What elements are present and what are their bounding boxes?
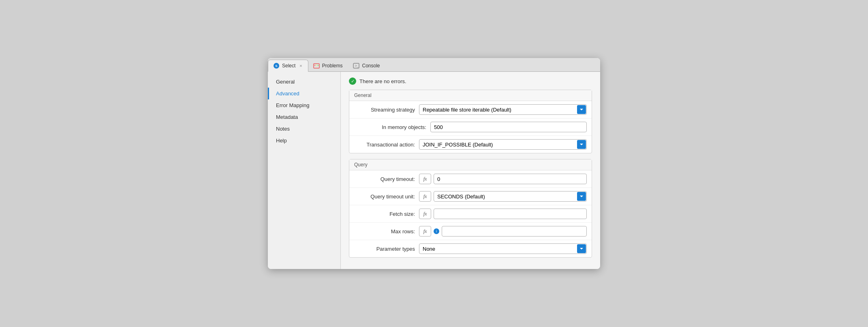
select-icon: S [273, 62, 280, 69]
parameter-types-control: None Custom [419, 243, 587, 254]
sidebar-item-metadata-label: Metadata [276, 114, 298, 120]
main-window: S Select × Problems >_ [268, 58, 600, 269]
max-rows-input[interactable] [442, 226, 587, 237]
sidebar-item-general[interactable]: General [268, 76, 340, 88]
status-ok-icon: ✓ [349, 77, 356, 85]
fetch-size-input[interactable] [434, 209, 587, 219]
query-timeout-label: Query timeout: [354, 176, 415, 182]
transactional-action-wrapper: JOIN_IF_POSSIBLE (Default) ALWAYS_JOIN N… [419, 139, 587, 150]
streaming-strategy-label: Streaming strategy [354, 107, 415, 113]
general-section: General Streaming strategy Repeatable fi… [349, 90, 592, 153]
svg-point-5 [317, 65, 319, 66]
transactional-action-control: JOIN_IF_POSSIBLE (Default) ALWAYS_JOIN N… [419, 139, 587, 150]
sidebar-item-help-label: Help [276, 138, 287, 144]
query-timeout-row: Query timeout: fx [349, 170, 592, 188]
tab-console[interactable]: >_ Console [348, 60, 385, 71]
query-timeout-unit-control: fx SECONDS (Default) MILLISECONDS MINUTE… [419, 191, 587, 202]
in-memory-objects-control [430, 122, 587, 132]
sidebar: General Advanced Error Mapping Metadata … [268, 72, 341, 269]
max-rows-fx-button[interactable]: fx [419, 226, 431, 237]
sidebar-item-help[interactable]: Help [268, 135, 340, 146]
fetch-size-label: Fetch size: [354, 211, 415, 217]
query-timeout-unit-fx-button[interactable]: fx [419, 191, 431, 202]
query-section: Query Query timeout: fx Query timeout un… [349, 159, 592, 258]
query-timeout-fx-button[interactable]: fx [419, 174, 431, 184]
tab-problems-label: Problems [322, 63, 343, 69]
problems-icon [313, 62, 320, 69]
query-section-header: Query [349, 159, 592, 170]
in-memory-objects-input[interactable] [430, 122, 587, 132]
main-layout: General Advanced Error Mapping Metadata … [268, 72, 600, 269]
tab-select[interactable]: S Select × [268, 60, 308, 72]
streaming-strategy-wrapper: Repeatable file store iterable (Default)… [419, 104, 587, 115]
sidebar-item-advanced[interactable]: Advanced [268, 88, 340, 99]
status-bar: ✓ There are no errors. [349, 77, 592, 85]
tab-bar: S Select × Problems >_ [268, 58, 600, 72]
transactional-action-row: Transactional action: JOIN_IF_POSSIBLE (… [349, 136, 592, 153]
console-icon: >_ [353, 62, 359, 69]
sidebar-item-advanced-label: Advanced [276, 90, 299, 97]
streaming-strategy-select[interactable]: Repeatable file store iterable (Default)… [419, 104, 587, 115]
sidebar-item-general-label: General [276, 79, 295, 85]
streaming-strategy-control: Repeatable file store iterable (Default)… [419, 104, 587, 115]
sidebar-item-error-mapping-label: Error Mapping [276, 102, 309, 108]
max-rows-control: fx i [419, 226, 587, 237]
streaming-strategy-row: Streaming strategy Repeatable file store… [349, 101, 592, 118]
in-memory-objects-label: In memory objects: [366, 124, 426, 130]
fetch-size-control: fx [419, 209, 587, 219]
tab-close-button[interactable]: × [299, 63, 302, 68]
transactional-action-label: Transactional action: [354, 142, 415, 148]
sidebar-item-notes-label: Notes [276, 126, 290, 132]
max-rows-label: Max rows: [354, 228, 415, 234]
sidebar-item-notes[interactable]: Notes [268, 123, 340, 135]
status-message: There are no errors. [359, 78, 406, 84]
query-timeout-input[interactable] [434, 174, 587, 184]
query-timeout-unit-row: Query timeout unit: fx SECONDS (Default)… [349, 188, 592, 205]
parameter-types-row: Parameter types None Custom [349, 240, 592, 257]
in-memory-objects-row: In memory objects: [349, 118, 592, 136]
parameter-types-wrapper: None Custom [419, 243, 587, 254]
sidebar-item-error-mapping[interactable]: Error Mapping [268, 99, 340, 111]
max-rows-info-icon: i [434, 228, 439, 234]
query-timeout-unit-select[interactable]: SECONDS (Default) MILLISECONDS MINUTES H… [434, 191, 587, 202]
svg-text:>_: >_ [355, 64, 359, 68]
content-area: ✓ There are no errors. General Streaming… [341, 72, 600, 269]
svg-point-4 [316, 65, 317, 66]
query-timeout-control: fx [419, 174, 587, 184]
tab-console-label: Console [362, 63, 380, 69]
max-rows-row: Max rows: fx i [349, 223, 592, 240]
parameter-types-label: Parameter types [354, 246, 415, 252]
fetch-size-fx-button[interactable]: fx [419, 209, 431, 219]
general-section-header: General [349, 90, 592, 101]
tab-select-label: Select [282, 63, 295, 69]
parameter-types-select[interactable]: None Custom [419, 243, 587, 254]
sidebar-item-metadata[interactable]: Metadata [268, 111, 340, 123]
query-timeout-unit-label: Query timeout unit: [354, 194, 415, 200]
svg-point-3 [314, 65, 315, 66]
tab-problems[interactable]: Problems [308, 60, 348, 71]
svg-text:S: S [275, 64, 278, 68]
query-timeout-unit-wrapper: SECONDS (Default) MILLISECONDS MINUTES H… [434, 191, 587, 202]
transactional-action-select[interactable]: JOIN_IF_POSSIBLE (Default) ALWAYS_JOIN N… [419, 139, 587, 150]
fetch-size-row: Fetch size: fx [349, 205, 592, 223]
